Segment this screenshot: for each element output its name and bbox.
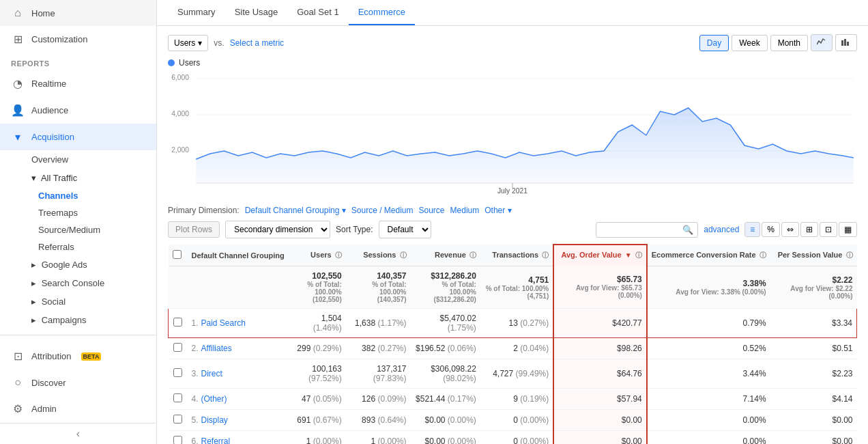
sidebar-subsub-referrals-label: Referrals [38,242,74,252]
sidebar-subsub-channels[interactable]: Channels [0,187,156,204]
th-avg-order[interactable]: Avg. Order Value ▼ ⓘ [553,245,646,266]
row6-avg-order: $0.00 [553,431,646,445]
sidebar-subsub-source-medium-label: Source/Medium [38,225,100,235]
transactions-info-icon: ⓘ [542,251,549,259]
row5-checkbox[interactable] [173,415,182,424]
view-custom-btn[interactable]: ▦ [839,222,857,237]
row1-checkbox[interactable] [173,318,182,327]
row2-per-session: $0.51 [770,338,857,359]
sidebar-item-customization-label: Customization [31,34,87,44]
view-percent-btn[interactable]: % [762,222,780,237]
th-users[interactable]: Users ⓘ [289,245,346,266]
view-pivot-btn[interactable]: ⊞ [800,222,818,237]
dim-medium[interactable]: Medium [450,206,480,215]
th-sessions[interactable]: Sessions ⓘ [346,245,411,266]
row4-transactions: 9 (0.19%) [480,389,553,410]
sidebar-subsub-treemaps[interactable]: Treemaps [0,204,156,221]
sidebar-item-customization[interactable]: ⊞ Customization [0,26,156,53]
advanced-link[interactable]: advanced [704,225,739,234]
metric-users-btn[interactable]: Users ▾ [168,35,208,51]
th-conversion[interactable]: Ecommerce Conversion Rate ⓘ [647,245,770,266]
tab-site-usage[interactable]: Site Usage [225,0,288,25]
select-metric-link[interactable]: Select a metric [230,38,284,48]
row4-per-session: $4.14 [770,389,857,410]
sidebar-sub-google-ads[interactable]: ▸ Google Ads [0,255,156,274]
sidebar-item-acquisition[interactable]: ▾ Acquisition [0,124,156,150]
row4-revenue: $521.44 (0.17%) [411,389,480,410]
select-all-checkbox[interactable] [173,250,182,259]
sidebar-sub-search-console[interactable]: ▸ Search Console [0,274,156,292]
row5-per-session: $0.00 [770,410,857,431]
dim-source-medium[interactable]: Source / Medium [351,206,414,215]
dim-other[interactable]: Other ▾ [484,206,511,215]
sidebar-item-discover[interactable]: ○ Discover [0,370,156,396]
tab-ecommerce[interactable]: Ecommerce [349,0,415,25]
row2-dim: 2.Affiliates [188,338,289,359]
sidebar-item-audience[interactable]: 👤 Audience [0,97,156,124]
row5-dim-link[interactable]: Display [201,415,228,425]
view-comparison-btn[interactable]: ⇔ [781,222,799,237]
row1-dim-link[interactable]: Paid Search [201,318,246,328]
sidebar-subsub-referrals[interactable]: Referrals [0,238,156,255]
row2-checkbox[interactable] [173,343,182,352]
row4-dim-link[interactable]: (Other) [201,394,227,404]
search-input[interactable] [601,225,682,234]
row3-checkbox-cell [169,359,188,389]
admin-icon: ⚙ [11,402,25,415]
row3-checkbox[interactable] [173,368,182,377]
period-month-btn[interactable]: Month [770,35,808,51]
table-row: 2.Affiliates 299 (0.29%) 382 (0.27%) $19… [169,338,857,359]
totals-sessions: 140,357 % of Total: 100.00% (140,357) [346,266,411,309]
reports-label: REPORTS [0,53,156,70]
sort-type-select[interactable]: Default [379,221,431,238]
row1-avg-order: $420.77 [553,309,646,338]
row4-users: 47 (0.05%) [289,389,346,410]
sidebar-subsub-source-medium[interactable]: Source/Medium [0,221,156,238]
row4-checkbox[interactable] [173,393,182,402]
sidebar-sub-campaigns[interactable]: ▸ Campaigns [0,311,156,329]
sidebar-item-home[interactable]: ⌂ Home [0,0,156,26]
row3-dim-link[interactable]: Direct [201,369,222,378]
row6-dim-link[interactable]: Referral [201,436,231,444]
svg-rect-0 [841,40,843,46]
sidebar-sub-overview-label: Overview [31,154,68,165]
row1-sessions: 1,638 (1.17%) [346,309,411,338]
row3-conversion: 3.44% [647,359,770,389]
th-per-session[interactable]: Per Session Value ⓘ [770,245,857,266]
tab-summary[interactable]: Summary [168,0,225,25]
row5-revenue: $0.00 (0.00%) [411,410,480,431]
sidebar-sub-overview[interactable]: Overview [0,150,156,169]
sidebar-item-realtime[interactable]: ◔ Realtime [0,70,156,97]
sidebar-collapse-btn[interactable]: ‹ [76,428,80,439]
sidebar-sub-social-label: Social [42,296,66,307]
th-transactions[interactable]: Transactions ⓘ [480,245,553,266]
audience-icon: 👤 [11,104,25,117]
plot-rows-btn[interactable]: Plot Rows [168,221,220,238]
search-icon[interactable]: 🔍 [682,225,693,235]
period-day-btn[interactable]: Day [699,35,729,51]
row1-revenue: $5,470.02 (1.75%) [411,309,480,338]
totals-transactions: 4,751 % of Total: 100.00% (4,751) [480,266,553,309]
table-area: Primary Dimension: Default Channel Group… [157,199,868,444]
dim-default-channel-grouping[interactable]: Default Channel Grouping ▾ [245,206,346,215]
view-lifetime-btn[interactable]: ⊡ [820,222,837,237]
row3-users: 100,163 (97.52%) [289,359,346,389]
sidebar-sub-social[interactable]: ▸ Social [0,292,156,311]
secondary-dim-select[interactable]: Secondary dimension [225,221,330,238]
primary-dimension-row: Primary Dimension: Default Channel Group… [168,206,857,215]
sidebar-item-admin[interactable]: ⚙ Admin [0,396,156,422]
view-table-btn[interactable]: ≡ [744,222,760,237]
tab-goal-set-1[interactable]: Goal Set 1 [287,0,348,25]
row6-checkbox[interactable] [173,436,182,444]
line-chart-btn[interactable] [811,34,833,51]
row2-dim-link[interactable]: Affiliates [201,344,232,353]
sidebar-sub-all-traffic[interactable]: ▾ All Traffic [0,169,156,187]
bar-chart-btn[interactable] [835,34,857,51]
period-week-btn[interactable]: Week [732,35,767,51]
dim-source[interactable]: Source [419,206,445,215]
chevron-down-icon: ▾ [31,173,36,183]
th-revenue[interactable]: Revenue ⓘ [411,245,480,266]
svg-rect-2 [847,42,849,46]
row6-revenue: $0.00 (0.00%) [411,431,480,445]
sidebar-item-attribution[interactable]: ⊡ Attribution BETA [0,343,156,370]
